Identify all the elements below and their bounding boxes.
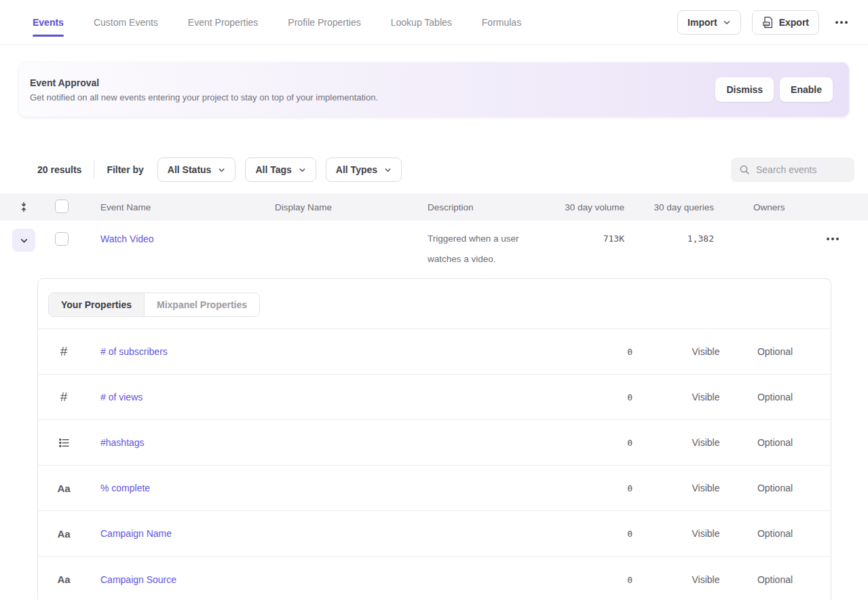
property-name-link[interactable]: # of views: [100, 392, 143, 402]
property-row: Aa % complete 0 Visible Optional: [38, 466, 831, 511]
collapse-all-button[interactable]: [0, 202, 43, 212]
property-row: # # of views 0 Visible Optional: [38, 375, 831, 420]
tab-label: Events: [33, 17, 64, 28]
banner-description: Get notified on all new events entering …: [30, 92, 378, 102]
property-visibility: Visible: [672, 574, 740, 585]
header-event-name: Event Name: [100, 202, 275, 212]
chevron-down-icon: [723, 18, 731, 26]
banner-title: Event Approval: [30, 77, 378, 88]
property-requirement: Optional: [741, 528, 809, 539]
select-all-checkbox[interactable]: [55, 200, 69, 213]
property-row: Aa Campaign Source 0 Visible Optional: [38, 557, 831, 600]
property-row: Aa Campaign Name 0 Visible Optional: [38, 511, 831, 557]
number-type-icon: #: [57, 390, 71, 405]
tab-mixpanel-properties[interactable]: Mixpanel Properties: [144, 293, 259, 316]
queries-value: 1,382: [624, 221, 714, 249]
types-filter-dropdown[interactable]: All Types: [326, 157, 402, 182]
event-name-link[interactable]: Watch Video: [100, 233, 154, 244]
more-options-icon: [827, 238, 839, 240]
number-type-icon: #: [57, 344, 71, 359]
import-label: Import: [687, 17, 717, 28]
tags-filter-dropdown[interactable]: All Tags: [245, 157, 316, 182]
description-line: Triggered when a user: [428, 229, 556, 249]
tab-label: Profile Properties: [288, 17, 360, 28]
collapse-row-button[interactable]: [12, 229, 35, 252]
header-description: Description: [428, 202, 556, 212]
property-name-link[interactable]: % complete: [100, 483, 150, 493]
tab-label: Formulas: [482, 17, 521, 28]
nav-actions: Import csv Export: [677, 10, 852, 35]
property-visibility: Visible: [672, 483, 740, 493]
row-checkbox[interactable]: [55, 232, 69, 246]
table-header: Event Name Display Name Description 30 d…: [0, 193, 868, 221]
more-options-button[interactable]: [831, 18, 852, 26]
export-label: Export: [779, 17, 809, 28]
tab-your-properties[interactable]: Your Properties: [49, 293, 144, 316]
property-count: 0: [627, 483, 633, 493]
properties-tab-group: Your Properties Mixpanel Properties: [48, 293, 260, 317]
property-name-link[interactable]: #hashtags: [100, 437, 145, 448]
search-input[interactable]: [756, 164, 846, 175]
property-count: 0: [627, 347, 633, 357]
chevron-down-icon: [299, 166, 306, 174]
divider: [94, 161, 94, 179]
description-cell: Triggered when a user watches a video.: [428, 221, 556, 269]
active-tab-underline: [33, 35, 64, 37]
property-requirement: Optional: [741, 483, 809, 493]
search-box: [731, 157, 854, 182]
row-more-options-button[interactable]: [827, 229, 839, 249]
volume-value: 713K: [556, 221, 624, 249]
description-line: watches a video.: [428, 249, 556, 269]
property-name-link[interactable]: # of subscribers: [100, 346, 168, 357]
text-type-icon: Aa: [57, 528, 71, 540]
csv-file-icon: csv: [762, 16, 774, 29]
property-requirement: Optional: [741, 437, 809, 448]
banner-text: Event Approval Get notified on all new e…: [30, 77, 378, 102]
import-button[interactable]: Import: [677, 10, 741, 35]
tab-label: Custom Events: [94, 17, 158, 28]
text-type-icon: Aa: [57, 574, 71, 585]
properties-panel: Your Properties Mixpanel Properties # # …: [37, 278, 831, 600]
text-type-icon: Aa: [57, 483, 71, 494]
property-row: # # of subscribers 0 Visible Optional: [38, 329, 831, 375]
property-name-link[interactable]: Campaign Name: [100, 528, 172, 539]
top-navigation: Events Custom Events Event Properties Pr…: [0, 0, 868, 45]
header-volume: 30 day volume: [556, 202, 624, 212]
property-row: #hashtags 0 Visible Optional: [38, 420, 831, 466]
tab-formulas[interactable]: Formulas: [482, 0, 521, 44]
property-visibility: Visible: [672, 528, 740, 539]
event-table-row: Watch Video Triggered when a user watche…: [0, 221, 868, 269]
more-options-icon: [835, 21, 848, 24]
list-type-icon: [57, 437, 71, 449]
tab-event-properties[interactable]: Event Properties: [188, 0, 259, 44]
header-display-name: Display Name: [275, 202, 428, 212]
types-filter-value: All Types: [336, 164, 377, 175]
status-filter-dropdown[interactable]: All Status: [157, 157, 236, 182]
tab-events[interactable]: Events: [33, 0, 64, 44]
header-queries: 30 day queries: [624, 202, 714, 212]
chevron-down-icon: [20, 236, 29, 245]
lexicon-tabs: Events Custom Events Event Properties Pr…: [33, 0, 521, 44]
filter-by-label: Filter by: [107, 164, 143, 175]
results-count: 20 results: [37, 164, 81, 175]
enable-button[interactable]: Enable: [780, 77, 833, 102]
tags-filter-value: All Tags: [255, 164, 291, 175]
chevron-down-icon: [218, 166, 225, 174]
search-icon: [739, 164, 750, 175]
export-button[interactable]: csv Export: [752, 10, 819, 35]
tab-custom-events[interactable]: Custom Events: [94, 0, 158, 44]
property-requirement: Optional: [741, 392, 809, 402]
display-name-cell: [275, 221, 428, 229]
property-count: 0: [627, 438, 633, 448]
property-count: 0: [627, 574, 633, 584]
chevron-down-icon: [384, 166, 392, 174]
tab-profile-properties[interactable]: Profile Properties: [288, 0, 360, 44]
property-name-link[interactable]: Campaign Source: [100, 574, 176, 585]
property-count: 0: [627, 529, 633, 539]
collapse-all-icon: [18, 202, 29, 212]
banner-actions: Dismiss Enable: [715, 77, 833, 102]
property-visibility: Visible: [672, 437, 740, 448]
property-visibility: Visible: [672, 346, 740, 357]
tab-lookup-tables[interactable]: Lookup Tables: [391, 0, 452, 44]
dismiss-button[interactable]: Dismiss: [715, 77, 774, 102]
